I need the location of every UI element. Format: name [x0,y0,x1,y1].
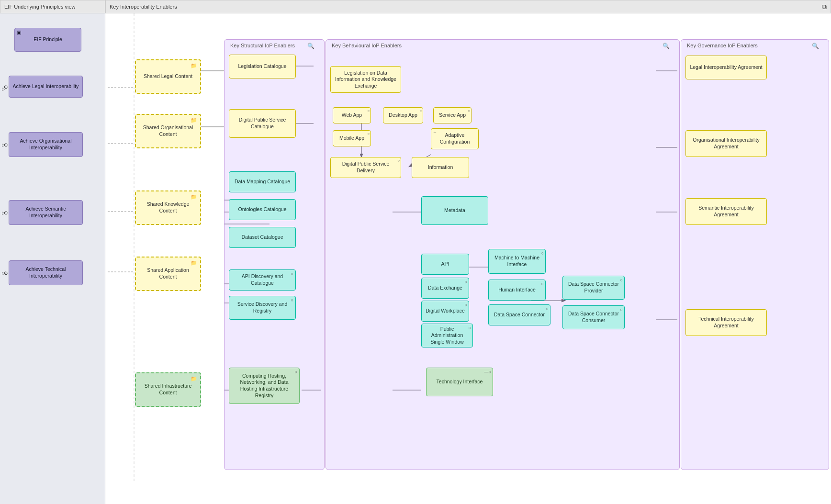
service-app-label: Service App [439,112,466,119]
dsc-provider-label: Data Space Connector Provider [566,281,621,294]
governance-label: Key Governance IoP Enablers [687,43,758,48]
legal-iop-label: Achieve Legal Interoperability [13,83,79,90]
left-panel: ▣ EIF Principle ⊙ Achieve Legal Interope… [0,13,105,504]
metadata-box: Metadata [421,196,488,225]
data-space-connector-box: ○ Data Space Connector [488,304,550,325]
semantic-iop-label: Achieve Semantic Interoperability [12,206,79,219]
org-iop-label: Achieve Organisational Interoperability [12,138,79,151]
digital-ps-delivery-box: ○ Digital Public Service Delivery [330,157,401,178]
data-space-connector-label: Data Space Connector [494,312,545,318]
legal-arrow: ▷ [2,87,5,91]
tech-interface-label: Technology Interface [437,379,483,385]
technical-agree-label: Technical Interoperability Agreement [689,316,764,329]
public-admin-box: ○ Public Administration Single Window [421,324,473,347]
data-exchange-label: Data Exchange [428,285,462,291]
org-iop-row: ⊙ Achieve Organisational Interoperabilit… [4,132,83,157]
m2m-box: ○ Machine to Machine Interface [488,249,546,274]
tech-interface-box: —○ Technology Interface [426,368,493,396]
mobile-app-box: ○ Mobile App [333,130,371,146]
eif-principle-box: ▣ EIF Principle [14,28,81,52]
header-left-label: EIF Underlying Principles view [4,4,76,10]
public-admin-label: Public Administration Single Window [425,326,470,346]
api-label: API [441,261,449,268]
structural-label: Key Structural IoP Enablers [230,43,295,48]
semantic-agree-label: Semantic Interoperability Agreement [689,205,764,218]
semantic-arrow: ▷ [2,211,5,215]
mobile-app-label: Mobile App [339,135,364,142]
org-iop-box: Achieve Organisational Interoperability [9,132,83,157]
shared-knowledge-content-box: 📁 Shared Knowledge Content [135,190,201,225]
legal-agree-box: Legal Interoperability Agreement [685,56,767,79]
service-discovery-box: ○ Service Discovery and Registry [229,296,296,320]
header-right-label: Key Interoperability Enablers [110,4,177,10]
adaptive-config-box: ← Adaptive Configuration [431,128,479,149]
technical-iop-box: Achieve Technical Interoperability [9,260,83,285]
legal-iop-box: Achieve Legal Interoperability [9,76,83,98]
api-discovery-box: ○ API Discovery and Catalogue [229,269,296,291]
governance-search-icon[interactable]: 🔍 [812,43,819,49]
semantic-iop-box: Achieve Semantic Interoperability [9,200,83,225]
legislation-data-box: Legislation on Data Information and Know… [330,66,401,93]
web-app-label: Web App [342,112,362,119]
human-interface-label: Human Interface [498,287,536,293]
shared-infra-content-label: Shared Infrastructure Content [139,383,197,396]
service-app-box: ○ Service App [433,107,472,123]
dsc-consumer-label: Data Space Connector Consumer [566,311,621,324]
header-right: Key Interoperability Enablers ⧉ [105,0,831,13]
metadata-label: Metadata [444,207,465,214]
data-mapping-label: Data Mapping Catalogue [235,179,290,185]
org-agree-box: Organisational Interoperability Agreemen… [685,130,767,157]
org-agree-label: Organisational Interoperability Agreemen… [689,137,764,150]
data-mapping-box: Data Mapping Catalogue [229,171,296,192]
technical-agree-box: Technical Interoperability Agreement [685,309,767,336]
digital-workplace-label: Digital Workplace [426,308,465,314]
shared-infra-content-box: 📁 Shared Infrastructure Content [135,372,201,407]
shared-app-content-box: 📁 Shared Application Content [135,257,201,291]
information-label: Information [428,164,453,171]
behavioural-label: Key Behavioural IoP Enablers [332,43,402,48]
structural-search-icon[interactable]: 🔍 [307,43,314,49]
dataset-box: Dataset Catalogue [229,227,296,248]
semantic-iop-row: ⊙ Achieve Semantic Interoperability [4,200,83,225]
semantic-agree-box: Semantic Interoperability Agreement [685,198,767,225]
window-icon[interactable]: ⧉ [822,3,827,11]
digital-ps-catalogue-label: Digital Public Service Catalogue [232,117,292,130]
ontologies-box: Ontologies Catalogue [229,199,296,220]
technical-iop-row: ⊙ Achieve Technical Interoperability [4,260,83,285]
behavioural-search-icon[interactable]: 🔍 [663,43,670,49]
adaptive-config-label: Adaptive Configuration [434,132,475,145]
dsc-provider-box: ○ Data Space Connector Provider [562,276,625,300]
computing-hosting-label: Computing Hosting, Networking, and Data … [232,373,296,399]
digital-ps-catalogue-box: Digital Public Service Catalogue [229,109,296,138]
m2m-label: Machine to Machine Interface [492,255,542,268]
main-container: EIF Underlying Principles view Key Inter… [0,0,831,504]
legislation-data-label: Legislation on Data Information and Know… [334,70,398,90]
computing-hosting-box: ○ Computing Hosting, Networking, and Dat… [229,368,300,404]
dataset-label: Dataset Catalogue [242,234,283,241]
main-area: Key Structural IoP Enablers 🔍 Key Behavi… [105,13,831,504]
structural-panel: Key Structural IoP Enablers 🔍 [224,39,325,470]
org-arrow: ▷ [2,143,5,147]
shared-legal-content-label: Shared Legal Content [144,73,192,80]
shared-app-content-label: Shared Application Content [139,267,197,280]
digital-ps-delivery-label: Digital Public Service Delivery [334,161,398,174]
eif-principle-label: EIF Principle [34,36,62,43]
shared-legal-content-box: 📁 Shared Legal Content [135,59,201,94]
shared-org-content-box: 📁 Shared Organisational Content [135,114,201,148]
api-discovery-label: API Discovery and Catalogue [232,273,292,286]
legislation-catalogue-box: Legislation Catalogue [229,55,296,78]
legal-agree-label: Legal Interoperability Agreement [690,64,762,71]
ontologies-label: Ontologies Catalogue [238,206,287,213]
legislation-catalogue-label: Legislation Catalogue [238,63,287,70]
legal-iop-row: ⊙ Achieve Legal Interoperability [4,76,83,98]
service-discovery-label: Service Discovery and Registry [232,301,292,314]
web-app-box: ○ Web App [333,107,371,123]
dsc-consumer-box: ○ Data Space Connector Consumer [562,305,625,329]
digital-workplace-box: ○ Digital Workplace [421,301,469,322]
header-left: EIF Underlying Principles view [0,0,105,13]
desktop-app-label: Desktop App [389,112,417,119]
human-interface-box: ○ Human Interface [488,280,546,301]
governance-panel: Key Governance IoP Enablers 🔍 [681,39,829,470]
shared-org-content-label: Shared Organisational Content [139,124,197,137]
desktop-app-box: ○ Desktop App [383,107,423,123]
